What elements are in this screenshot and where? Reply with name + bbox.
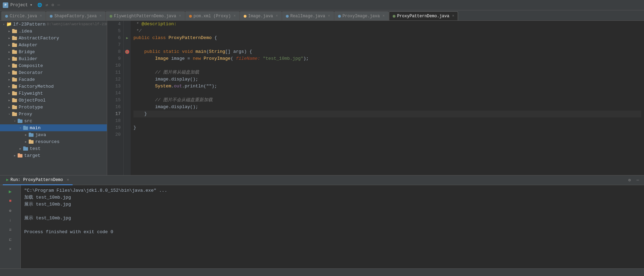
tab-dot-proxydemo bbox=[393, 15, 395, 18]
sidebar-item-test[interactable]: ▶test bbox=[0, 145, 107, 152]
tree-arrow-prototype: ▶ bbox=[7, 105, 12, 110]
console-line: Process finished with exit code 0 bbox=[24, 229, 641, 236]
gutter-6[interactable]: ▶ bbox=[124, 35, 131, 41]
sidebar-item-adapter[interactable]: ▶Adapter bbox=[0, 41, 107, 48]
svg-rect-9 bbox=[12, 57, 15, 58]
sidebar-item-objectpool[interactable]: ▶ObjectPool bbox=[0, 97, 107, 104]
tree-arrow-src: ▾ bbox=[12, 118, 17, 123]
tab-shapefactory[interactable]: ShapeFactory.java× bbox=[46, 11, 105, 20]
sidebar-item-prototype[interactable]: ▶Prototype bbox=[0, 104, 107, 111]
sidebar-item-resources[interactable]: ▶resources bbox=[0, 138, 107, 145]
close-panel-btn[interactable]: — bbox=[634, 177, 641, 184]
tab-dot-circle bbox=[5, 15, 8, 18]
svg-rect-5 bbox=[12, 43, 15, 44]
code-line-20 bbox=[133, 131, 641, 138]
dump-threads-btn[interactable]: ⊕ bbox=[6, 207, 15, 215]
toolbar-sync-icon[interactable]: ⇄ bbox=[46, 2, 48, 8]
toolbar-settings-icon[interactable]: ⚙ bbox=[52, 2, 54, 8]
sidebar-item-proxy[interactable]: ▾Proxy bbox=[0, 111, 107, 117]
editor-area[interactable]: 4567891011121314151617181920 ▶▶ * @descr… bbox=[107, 21, 644, 175]
token: ); bbox=[304, 55, 309, 62]
code-line-14 bbox=[133, 90, 641, 97]
status-bar bbox=[0, 268, 644, 276]
close-btn[interactable]: × bbox=[6, 245, 15, 254]
sidebar-item-main[interactable]: ▾main bbox=[0, 124, 107, 131]
tab-realimage[interactable]: RealImage.java× bbox=[282, 11, 334, 20]
token: .display(); bbox=[168, 104, 198, 111]
gutter-7 bbox=[124, 41, 131, 48]
tree-arrow-adapter: ▶ bbox=[7, 42, 12, 47]
console-output: "C:\Program Files\Java\jdk1.8.0_152\bin\… bbox=[21, 185, 644, 268]
stop-btn[interactable]: ■ bbox=[6, 197, 15, 205]
toolbar-dash-icon[interactable]: — bbox=[57, 3, 60, 8]
tab-close-shapefactory[interactable]: × bbox=[100, 14, 102, 18]
settings-btn[interactable]: ⚙ bbox=[626, 177, 633, 184]
gutter-16 bbox=[124, 104, 131, 111]
tree-label-prototype: Prototype bbox=[19, 105, 43, 110]
sidebar-item-flyweight[interactable]: ▶Flyweight bbox=[0, 90, 107, 97]
token: image bbox=[133, 76, 168, 83]
gutter-8[interactable]: ▶ bbox=[125, 50, 129, 54]
gutter-10 bbox=[124, 62, 131, 69]
tab-close-image[interactable]: × bbox=[276, 14, 278, 18]
code-lines: * @description: */public class ProxyPatt… bbox=[131, 21, 644, 175]
gutter-15 bbox=[124, 97, 131, 104]
tree-arrow-test: ▶ bbox=[18, 146, 23, 151]
line-number-10: 10 bbox=[110, 62, 121, 69]
tab-proxyimage[interactable]: ProxyImage.java× bbox=[334, 11, 389, 20]
svg-rect-11 bbox=[12, 64, 15, 65]
tab-dot-shapefactory bbox=[50, 15, 53, 18]
folder-icon-java bbox=[28, 132, 34, 137]
token: static bbox=[163, 48, 182, 55]
tab-proxydemo[interactable]: ProxyPatternDemo.java× bbox=[389, 11, 458, 20]
code-line-4: * @description: bbox=[133, 21, 641, 28]
sidebar-item-java[interactable]: ▶java bbox=[0, 131, 107, 138]
run-tab-label: Run: bbox=[10, 178, 20, 182]
filter-btn[interactable]: ⊏ bbox=[6, 236, 15, 244]
token: } bbox=[133, 111, 147, 117]
svg-rect-15 bbox=[12, 77, 15, 79]
token: image bbox=[133, 104, 168, 111]
token: .println("") bbox=[182, 83, 214, 90]
code-line-10 bbox=[133, 62, 641, 69]
tab-close-flyweight[interactable]: × bbox=[179, 14, 181, 18]
run-tab-close[interactable]: × bbox=[67, 178, 69, 182]
token: ; bbox=[214, 83, 217, 90]
scroll-end-btn[interactable]: ↓ bbox=[6, 216, 15, 225]
tab-close-proxydemo[interactable]: × bbox=[452, 14, 454, 18]
sidebar-item-bridge[interactable]: ▶Bridge bbox=[0, 48, 107, 55]
folder-icon-adapter bbox=[12, 42, 17, 48]
sidebar-item-decorator[interactable]: ▶Decorator bbox=[0, 69, 107, 76]
sidebar-item-factorymethod[interactable]: ▶FactoryMethod bbox=[0, 83, 107, 90]
svg-rect-33 bbox=[29, 140, 31, 141]
tab-flyweight[interactable]: FlyweightPatternDemo.java× bbox=[106, 11, 185, 20]
sort-btn[interactable]: ≡ bbox=[6, 226, 15, 234]
sidebar-item-facade[interactable]: ▶Facade bbox=[0, 76, 107, 83]
sidebar-root[interactable]: ▾ 📁 lf-23Pattern D:\wenjian\workspace\lf… bbox=[0, 21, 107, 28]
tab-close-pom[interactable]: × bbox=[234, 14, 236, 18]
root-folder-icon: 📁 bbox=[6, 21, 12, 27]
gutter-12 bbox=[124, 76, 131, 83]
tab-circle[interactable]: Circle.java× bbox=[1, 11, 46, 20]
token: @description: bbox=[141, 21, 176, 28]
folder-icon-decorator bbox=[12, 70, 17, 75]
toolbar-web-icon[interactable]: 🌐 bbox=[37, 3, 42, 7]
tab-dot-flyweight bbox=[110, 15, 112, 18]
tab-close-circle[interactable]: × bbox=[40, 14, 42, 18]
sidebar-item-target[interactable]: ▶target bbox=[0, 152, 107, 159]
sidebar-item-composite[interactable]: ▶Composite bbox=[0, 62, 107, 69]
tab-close-realimage[interactable]: × bbox=[328, 14, 330, 18]
line-number-18: 18 bbox=[110, 117, 121, 124]
sidebar-item-builder[interactable]: ▶Builder bbox=[0, 55, 107, 62]
tree-arrow-flyweight: ▶ bbox=[7, 91, 12, 96]
sidebar-item-idea[interactable]: ▶.idea bbox=[0, 28, 107, 35]
token bbox=[133, 55, 155, 62]
bottom-controls: ⚙ — bbox=[626, 177, 641, 184]
run-tab[interactable]: ▶ Run: ProxyPatternDemo × bbox=[3, 175, 73, 185]
tab-image[interactable]: Image.java× bbox=[240, 11, 282, 20]
tab-close-proxyimage[interactable]: × bbox=[383, 14, 385, 18]
sidebar-item-src[interactable]: ▾src bbox=[0, 117, 107, 124]
sidebar-item-abstractfactory[interactable]: ▶AbstractFactory bbox=[0, 35, 107, 41]
tab-pom[interactable]: pom.xml (Proxy)× bbox=[185, 11, 240, 20]
rerun-btn[interactable]: ▶ bbox=[6, 187, 15, 196]
